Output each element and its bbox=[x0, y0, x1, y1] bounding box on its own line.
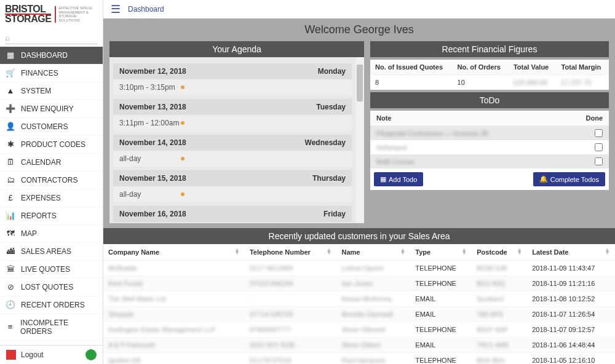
nav-label: LIVE QUOTES bbox=[21, 265, 70, 274]
brand-line2: STORAGE bbox=[5, 14, 51, 23]
table-row[interactable]: A & P Falmouth0152 923 3100Steve Gilbert… bbox=[103, 338, 615, 353]
todo-done-checkbox[interactable] bbox=[595, 129, 603, 137]
agenda-event[interactable]: all-day bbox=[113, 186, 352, 202]
nav-label: FINANCES bbox=[21, 69, 58, 77]
agenda-time: 3:11pm - 12:00am bbox=[119, 119, 181, 127]
todo-done-checkbox[interactable] bbox=[595, 157, 603, 165]
agenda-weekday: Wednesday bbox=[305, 138, 346, 147]
table-row[interactable]: Dodington Estate Management LLP079682877… bbox=[103, 322, 615, 338]
nav-item-map[interactable]: 🗺MAP bbox=[0, 225, 103, 243]
fin-col-quotes: No. of Issued Quotes bbox=[370, 60, 453, 75]
nav-item-lost-quotes[interactable]: ⊘LOST QUOTES bbox=[0, 279, 103, 296]
cell-date: 2018-11-06 14:48:44 bbox=[527, 338, 615, 353]
brand-logo: BRISTOL STORAGE EFFECTIVE SPACE MANAGEME… bbox=[0, 0, 103, 29]
cell-name: Steve Ottewell bbox=[337, 322, 411, 338]
nav-item-finances[interactable]: 🛒FINANCES bbox=[0, 65, 103, 82]
nav-item-this-year-s-orders[interactable]: ≣THIS YEAR'S ORDERS bbox=[0, 341, 103, 345]
table-row[interactable]: Sharpak07714 528728Annette DamwellEMAILT… bbox=[103, 307, 615, 322]
cust-col-c2[interactable]: Telephone Number▲▼ bbox=[245, 244, 337, 261]
agenda-date: November 13, 2018 bbox=[119, 103, 186, 111]
table-row[interactable]: The Well Water Ltd-Kieran McKennaEMAILSc… bbox=[103, 291, 615, 307]
cust-col-c3[interactable]: Name▲▼ bbox=[337, 244, 411, 261]
todo-note[interactable]: Refit Course bbox=[376, 158, 414, 165]
customers-panel: Recently updated customers in your Sales… bbox=[103, 228, 615, 364]
todo-note[interactable]: Hollenport bbox=[376, 144, 407, 151]
agenda-weekday: Thursday bbox=[312, 174, 346, 183]
nav-icon: 🛒 bbox=[6, 69, 15, 77]
nav-label: LOST QUOTES bbox=[21, 283, 73, 291]
cust-col-c6[interactable]: Latest Date▲▼ bbox=[527, 244, 615, 261]
todo-note[interactable]: Fitzgerald Contractors — Invoices JR bbox=[376, 130, 488, 137]
nav-item-sales-areas[interactable]: 🏙SALES AREAS bbox=[0, 243, 103, 261]
agenda-event[interactable]: 3:10pm - 3:15pm bbox=[113, 79, 352, 95]
nav-icon: 🏛 bbox=[6, 265, 15, 274]
logout-label: Logout bbox=[21, 350, 44, 359]
cell-tel: 0152 923 3100 bbox=[245, 338, 337, 353]
cell-type: EMAIL bbox=[410, 338, 472, 353]
cell-name: Annette Damwell bbox=[337, 307, 411, 322]
sort-icon: ▲▼ bbox=[461, 248, 467, 255]
nav-item-reports[interactable]: 📊REPORTS bbox=[0, 207, 103, 225]
agenda-scrollbar[interactable] bbox=[355, 57, 364, 223]
table-row[interactable]: Kent Foods07523 846334Iain JonesTELEPHON… bbox=[103, 276, 615, 291]
nav-icon: 🏙 bbox=[6, 247, 15, 256]
nav-item-product-codes[interactable]: ✱PRODUCT CODES bbox=[0, 136, 103, 154]
nav-item-expenses[interactable]: £EXPENSES bbox=[0, 189, 103, 207]
customers-table: Company Name▲▼Telephone Number▲▼Name▲▼Ty… bbox=[103, 244, 615, 364]
breadcrumb[interactable]: Dashboard bbox=[128, 5, 164, 14]
fin-col-margin: Total Margin bbox=[557, 60, 609, 75]
agenda-date-row[interactable]: November 13, 2018Tuesday bbox=[113, 99, 352, 115]
nav-icon: ➕ bbox=[6, 105, 15, 113]
cell-type: EMAIL bbox=[410, 307, 472, 322]
nav-item-system[interactable]: ▲SYSTEM bbox=[0, 82, 103, 100]
cust-col-c5[interactable]: Postcode▲▼ bbox=[472, 244, 527, 261]
agenda-date-row[interactable]: November 12, 2018Monday bbox=[113, 63, 352, 79]
agenda-weekday: Monday bbox=[318, 67, 346, 76]
cell-company: Kent Foods bbox=[103, 276, 245, 291]
agenda-event[interactable]: 3:11pm - 12:00am bbox=[113, 115, 352, 131]
nav-item-recent-orders[interactable]: 🕘RECENT ORDERS bbox=[0, 296, 103, 314]
cust-col-c4[interactable]: Type▲▼ bbox=[410, 244, 472, 261]
cell-type: TELEPHONE bbox=[410, 353, 472, 365]
nav-item-dashboard[interactable]: ▦DASHBOARD bbox=[0, 47, 103, 65]
logout-button[interactable]: Logout bbox=[6, 350, 44, 360]
brand-tagline: EFFECTIVE SPACE MANAGEMENT & STORAGE SOL… bbox=[55, 6, 98, 22]
event-dot-icon bbox=[181, 85, 184, 89]
agenda-time: all-day bbox=[119, 154, 181, 163]
cell-postcode: BS4 3EH bbox=[472, 353, 527, 365]
logout-icon bbox=[6, 350, 16, 360]
nav-label: MAP bbox=[21, 229, 37, 238]
status-icon[interactable] bbox=[85, 349, 97, 360]
nav-item-incomplete-orders[interactable]: ≡INCOMPLETE ORDERS bbox=[0, 314, 103, 341]
menu-toggle-icon[interactable]: ☰ bbox=[111, 2, 121, 16]
event-dot-icon bbox=[181, 192, 184, 196]
nav-icon: 🗺 bbox=[6, 229, 15, 238]
agenda-title: Your Agenda bbox=[109, 41, 364, 57]
cust-col-c1[interactable]: Company Name▲▼ bbox=[103, 244, 245, 261]
search-input[interactable] bbox=[5, 31, 98, 44]
nav-item-calendar[interactable]: 🗓CALENDAR bbox=[0, 154, 103, 172]
complete-todos-button[interactable]: 🔔 Complete Todos bbox=[533, 172, 605, 186]
event-dot-icon bbox=[181, 157, 184, 160]
agenda-date-row[interactable]: November 14, 2018Wednesday bbox=[113, 135, 352, 151]
agenda-date-row[interactable]: November 15, 2018Thursday bbox=[113, 170, 352, 186]
cell-tel: 0117 9813493 bbox=[245, 261, 337, 276]
nav-icon: ⊘ bbox=[6, 283, 15, 291]
table-row[interactable]: Ignition D601179737518Paul HampsonTELEPH… bbox=[103, 353, 615, 365]
table-row[interactable]: McBraida0117 9813493Leticia OportoTELEPH… bbox=[103, 261, 615, 276]
add-todo-button[interactable]: ▦ Add Todo bbox=[374, 172, 423, 186]
nav-item-customers[interactable]: 👤CUSTOMERS bbox=[0, 118, 103, 136]
cell-name: Paul Hampson bbox=[337, 353, 411, 365]
cell-tel: 01179737518 bbox=[245, 353, 337, 365]
brand-line1: BRISTOL bbox=[5, 5, 51, 14]
todo-done-checkbox[interactable] bbox=[595, 143, 603, 151]
nav-item-contractors[interactable]: 🗂CONTRACTORS bbox=[0, 172, 103, 189]
nav-item-new-enquiry[interactable]: ➕NEW ENQUIRY bbox=[0, 100, 103, 118]
agenda-date-row[interactable]: November 16, 2018Friday bbox=[113, 206, 352, 222]
nav-icon: 📊 bbox=[6, 212, 15, 220]
agenda-time: all-day bbox=[119, 190, 181, 199]
cell-company: Ignition D6 bbox=[103, 353, 245, 365]
agenda-event[interactable]: all-day bbox=[113, 151, 352, 167]
agenda-list[interactable]: November 12, 2018Monday3:10pm - 3:15pmNo… bbox=[109, 57, 355, 223]
nav-item-live-quotes[interactable]: 🏛LIVE QUOTES bbox=[0, 261, 103, 279]
